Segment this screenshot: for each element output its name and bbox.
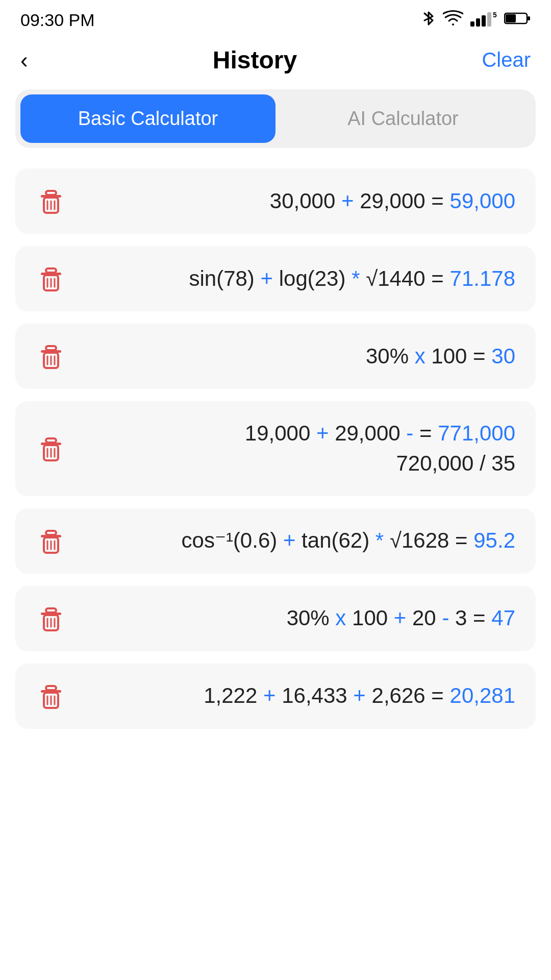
expression-container: 1,222 + 16,433 + 2,626 = 20,281 [82, 681, 515, 711]
svg-rect-15 [46, 268, 56, 273]
status-bar: 09:30 PM 5G [0, 0, 551, 36]
history-item: 30% x 100 + 20 - 3 = 47 [15, 586, 536, 651]
expression-text: 30% x 100 + 20 - 3 = 47 [287, 606, 515, 630]
clear-button[interactable]: Clear [482, 48, 531, 71]
history-item: 30,000 + 29,000 = 59,000 [15, 168, 536, 234]
expression-text: 30,000 + 29,000 = 59,000 [270, 189, 515, 213]
delete-icon[interactable] [36, 263, 66, 294]
battery-icon [504, 11, 531, 29]
expression-text: sin(78) + log(23) * √1440 = 71.178 [189, 266, 515, 290]
svg-rect-9 [46, 191, 56, 195]
history-list: 30,000 + 29,000 = 59,000 sin(78) + log(2… [0, 168, 551, 729]
tab-switcher: Basic Calculator AI Calculator [15, 89, 536, 148]
delete-icon[interactable] [36, 681, 66, 712]
expression-container: 30,000 + 29,000 = 59,000 [82, 186, 515, 216]
signal-icon: 5G [470, 10, 497, 30]
expression-container: cos⁻¹(0.6) + tan(62) * √1628 = 95.2 [82, 526, 515, 556]
expression-container: 30% x 100 + 20 - 3 = 47 [82, 603, 515, 633]
svg-rect-0 [470, 21, 474, 27]
expression-container: 19,000 + 29,000 - = 771,000 720,000 / 35 [82, 419, 515, 479]
history-item: 1,222 + 16,433 + 2,626 = 20,281 [15, 664, 536, 729]
history-item: sin(78) + log(23) * √1440 = 71.178 [15, 246, 536, 311]
svg-rect-3 [487, 12, 491, 27]
svg-rect-45 [46, 686, 56, 690]
delete-icon[interactable] [36, 526, 66, 556]
svg-rect-33 [46, 531, 56, 535]
tab-ai-calculator[interactable]: AI Calculator [276, 94, 531, 143]
delete-icon[interactable] [36, 433, 66, 464]
delete-icon[interactable] [36, 341, 66, 372]
header: ‹ History Clear [0, 36, 551, 89]
back-button[interactable]: ‹ [20, 49, 28, 71]
svg-rect-7 [528, 16, 530, 20]
svg-rect-21 [46, 346, 56, 350]
svg-rect-1 [476, 18, 480, 27]
status-time: 09:30 PM [20, 10, 95, 30]
expression-container: sin(78) + log(23) * √1440 = 71.178 [82, 264, 515, 294]
expression-text: 1,222 + 16,433 + 2,626 = 20,281 [204, 683, 515, 707]
svg-text:5G: 5G [493, 11, 497, 19]
expression-container: 30% x 100 = 30 [82, 341, 515, 372]
delete-icon[interactable] [36, 603, 66, 634]
wifi-icon [443, 10, 463, 30]
svg-rect-39 [46, 608, 56, 612]
expression-text: cos⁻¹(0.6) + tan(62) * √1628 = 95.2 [182, 528, 515, 552]
history-item: 19,000 + 29,000 - = 771,000 720,000 / 35 [15, 401, 536, 496]
bluetooth-icon [421, 9, 436, 31]
svg-rect-27 [46, 438, 56, 443]
history-item: cos⁻¹(0.6) + tan(62) * √1628 = 95.2 [15, 508, 536, 574]
expression-line: 720,000 / 35 [396, 449, 515, 479]
svg-rect-6 [506, 14, 516, 22]
expression-text: 30% x 100 = 30 [366, 344, 515, 368]
expression-line: 19,000 + 29,000 - = 771,000 [245, 419, 515, 449]
history-item: 30% x 100 = 30 [15, 324, 536, 389]
delete-icon[interactable] [36, 186, 66, 216]
tab-basic-calculator[interactable]: Basic Calculator [20, 94, 276, 143]
status-icons: 5G [421, 9, 531, 31]
svg-rect-2 [482, 15, 486, 27]
page-title: History [213, 46, 297, 74]
